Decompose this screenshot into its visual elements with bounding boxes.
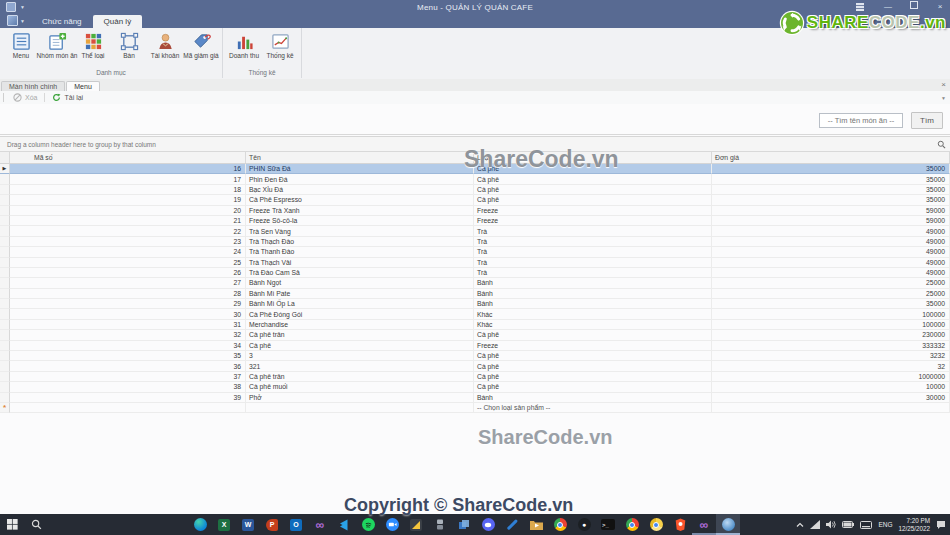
- table-row[interactable]: ▶16PHIN Sữa ĐáCà phê35000: [0, 164, 950, 174]
- the-loai-button[interactable]: Thể loại: [76, 30, 110, 59]
- cell-ten: Trà Thạch Vải: [246, 258, 474, 268]
- minimize-button[interactable]: —: [882, 0, 894, 14]
- cell-ten: Cà Phê Espresso: [246, 195, 474, 205]
- cell-loai: Cà phê: [474, 361, 712, 371]
- taskbar-search-button[interactable]: [24, 514, 48, 535]
- table-row[interactable]: 19Cà Phê EspressoCà phê35000: [0, 195, 950, 205]
- delete-button[interactable]: Xóa: [8, 91, 42, 104]
- doanh-thu-button[interactable]: Doanh thu: [227, 30, 261, 59]
- table-row[interactable]: 353Cà phê3232: [0, 351, 950, 361]
- chrome-icon[interactable]: [548, 514, 572, 535]
- taskbar-clock[interactable]: 7:20 PM 12/25/2022: [898, 517, 930, 532]
- table-row[interactable]: 20Freeze Trà XanhFreeze59000: [0, 206, 950, 216]
- visual-studio-open-icon[interactable]: ∞: [692, 514, 716, 535]
- search-button[interactable]: Tìm: [911, 112, 943, 129]
- ribbon-group-danh-muc: Menu Nhóm món ăn Thể loại Bàn: [0, 28, 223, 78]
- ma-giam-gia-button[interactable]: Mã giảm giá: [184, 30, 218, 59]
- search-input[interactable]: [819, 113, 903, 128]
- chrome-canary-icon[interactable]: [644, 514, 668, 535]
- table-row[interactable]: 25Trà Thạch VảiTrà49000: [0, 258, 950, 268]
- table-row[interactable]: 32Cà phê trânCà phê230000: [0, 330, 950, 340]
- reload-button[interactable]: Tải lại: [47, 91, 88, 104]
- table-row[interactable]: 22Trà Sen VàngTrà49000: [0, 226, 950, 236]
- cell-don-gia: 49000: [712, 258, 950, 268]
- maximize-button[interactable]: [908, 0, 920, 14]
- grid-new-row[interactable]: *-- Chọn loại sản phẩm --: [0, 403, 950, 413]
- start-button[interactable]: [0, 514, 24, 535]
- blue-pen-app-icon[interactable]: [500, 514, 524, 535]
- github-icon[interactable]: ●: [572, 514, 596, 535]
- table-row[interactable]: 21Freeze Sô-cô-laFreeze59000: [0, 216, 950, 226]
- excel-icon[interactable]: X: [212, 514, 236, 535]
- ribbon-tab-chuc-nang[interactable]: Chức năng: [31, 15, 93, 28]
- thong-ke-button[interactable]: Thống kê: [263, 30, 297, 59]
- table-row[interactable]: 18Bạc Xỉu ĐáCà phê35000: [0, 185, 950, 195]
- discord-icon[interactable]: [476, 514, 500, 535]
- table-row[interactable]: 30Cà Phê Đóng GóiKhác100000: [0, 309, 950, 319]
- spotify-icon[interactable]: [356, 514, 380, 535]
- tai-khoan-button[interactable]: Tài khoản: [148, 30, 182, 59]
- cell-ma-so: 32: [10, 330, 246, 340]
- column-search-icon[interactable]: [937, 140, 946, 150]
- battery-icon[interactable]: [842, 521, 854, 528]
- table-row[interactable]: 28Bánh Mì PateBánh25000: [0, 289, 950, 299]
- notes-app-icon[interactable]: [404, 514, 428, 535]
- word-icon[interactable]: W: [236, 514, 260, 535]
- cell-ma-so: 20: [10, 206, 246, 216]
- tray-chevron-up-icon[interactable]: [796, 522, 804, 528]
- close-button[interactable]: ×: [934, 0, 946, 14]
- line-chart-icon: [271, 32, 290, 51]
- visual-studio-icon[interactable]: ∞: [308, 514, 332, 535]
- vscode-icon[interactable]: [332, 514, 356, 535]
- language-indicator[interactable]: ENG: [878, 521, 892, 528]
- volume-icon[interactable]: [826, 520, 836, 529]
- column-header-don-gia[interactable]: Đơn giá: [712, 152, 950, 163]
- table-row[interactable]: 39PhởBánh30000: [0, 393, 950, 403]
- grid-group-panel[interactable]: Drag a column header here to group by th…: [0, 137, 950, 152]
- tab-close-icon[interactable]: ×: [941, 80, 946, 90]
- cafe-app-taskbar-button[interactable]: [716, 514, 740, 535]
- menu-button[interactable]: Menu: [4, 30, 38, 59]
- table-row[interactable]: 29Bánh Mì Ốp LaBánh35000: [0, 299, 950, 309]
- cell-ma-so: 24: [10, 247, 246, 257]
- zoom-icon[interactable]: [380, 514, 404, 535]
- edge-icon[interactable]: [188, 514, 212, 535]
- table-row[interactable]: 26Trà Đào Cam SảTrà49000: [0, 268, 950, 278]
- table-row[interactable]: 37Cà phê trânCà phê1000000: [0, 372, 950, 382]
- touch-keyboard-icon[interactable]: [860, 521, 872, 529]
- brave-icon[interactable]: [668, 514, 692, 535]
- cell-don-gia: 49000: [712, 268, 950, 278]
- table-row[interactable]: 34Cà phêFreeze333332: [0, 341, 950, 351]
- table-row[interactable]: 27Bánh NgọtBánh25000: [0, 278, 950, 288]
- table-row[interactable]: 17Phin Đen ĐáCà phê35000: [0, 174, 950, 184]
- ssms-icon[interactable]: [452, 514, 476, 535]
- ribbon-display-options-icon[interactable]: [856, 3, 868, 11]
- table-row[interactable]: 23Trà Thạch ĐàoTrà49000: [0, 237, 950, 247]
- table-row[interactable]: 36321Cà phê32: [0, 361, 950, 371]
- column-header-ten[interactable]: Tên: [246, 152, 474, 163]
- server-app-icon[interactable]: [428, 514, 452, 535]
- ribbon-tab-quan-ly[interactable]: Quản lý: [93, 15, 143, 28]
- notification-center-icon[interactable]: [936, 520, 946, 530]
- network-icon[interactable]: [810, 520, 820, 529]
- terminal-icon[interactable]: >_: [596, 514, 620, 535]
- table-row[interactable]: 24Trà Thanh ĐàoTrà49000: [0, 247, 950, 257]
- cell-ten: Bánh Ngọt: [246, 278, 474, 288]
- column-header-loai[interactable]: Loại: [474, 152, 712, 163]
- outlook-icon[interactable]: O: [284, 514, 308, 535]
- toolbar-overflow-icon[interactable]: ▼: [941, 95, 946, 101]
- cell-ten: Trà Thanh Đào: [246, 247, 474, 257]
- application-menu-button[interactable]: ▼: [0, 15, 31, 28]
- column-header-ma-so[interactable]: Mã số: [10, 152, 246, 163]
- nhom-mon-an-button[interactable]: Nhóm món ăn: [40, 30, 74, 59]
- document-add-icon: [48, 32, 67, 51]
- tab-man-hinh-chinh[interactable]: Màn hình chính: [1, 81, 65, 91]
- chrome-profile-icon[interactable]: [620, 514, 644, 535]
- cell-loai: Cà phê: [474, 330, 712, 340]
- powerpoint-icon[interactable]: P: [260, 514, 284, 535]
- ban-button[interactable]: Bàn: [112, 30, 146, 59]
- cell-ten: Freeze Trà Xanh: [246, 206, 474, 216]
- media-folder-icon[interactable]: [524, 514, 548, 535]
- table-row[interactable]: 31MerchandiseKhác100000: [0, 320, 950, 330]
- table-row[interactable]: 38Cà phê muốiCà phê10000: [0, 382, 950, 392]
